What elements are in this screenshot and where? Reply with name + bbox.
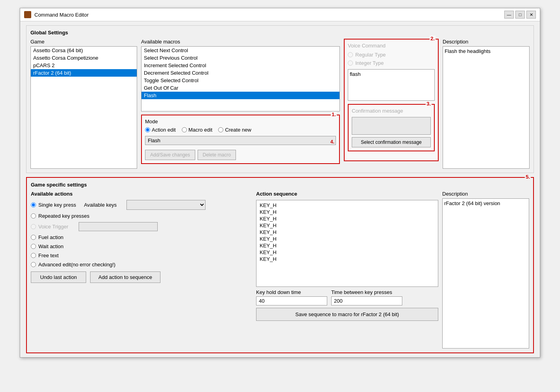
game-specific-row: Available actions Single key press Avail… [31,191,529,349]
seq-item-0[interactable]: KEY_H [258,202,436,209]
macros-list-wrapper: Select Next Control Select Previous Cont… [141,46,340,111]
action-advanced-label: Advanced edit(no error checking!) [38,262,115,268]
action-advanced-edit[interactable]: Advanced edit(no error checking!) [31,262,252,268]
macro-name-input[interactable] [145,136,336,145]
game-item-2[interactable]: pCARS 2 [31,62,137,69]
macro-item-5[interactable]: Get Out Of Car [141,84,339,92]
action-wait[interactable]: Wait action [31,243,252,249]
confirm-number: 3. [426,101,432,107]
game-item-1[interactable]: Assetto Corsa Competizione [31,54,137,62]
action-fuel-label: Fuel action [38,234,64,240]
add-save-button[interactable]: Add/Save changes [145,150,195,160]
undo-last-action-button[interactable]: Undo last action [31,271,86,283]
voice-trigger-input[interactable] [79,222,158,231]
seq-item-7[interactable]: KEY_H [258,249,436,256]
voice-box: 2. Voice Command Regular Type Integer Ty… [344,39,439,161]
game-item-0[interactable]: Assetto Corsa (64 bit) [31,47,137,54]
mode-action-edit-radio[interactable] [145,127,150,132]
mode-radio-group: Action edit Macro edit Create new [145,127,336,133]
seq-item-2[interactable]: KEY_H [258,215,436,222]
macro-item-6[interactable]: Flash [141,92,339,99]
action-voice-radio [31,224,36,229]
action-repeated-key[interactable]: Repeated key presses [31,213,252,219]
game-list[interactable]: Assetto Corsa (64 bit) Assetto Corsa Com… [30,46,137,169]
voice-regular-radio [348,52,353,57]
seq-item-6[interactable]: KEY_H [258,242,436,249]
action-voice-label: Voice Trigger [38,224,68,230]
macros-list[interactable]: Select Next Control Select Previous Cont… [141,46,340,111]
voice-text-value: flash [350,71,433,77]
key-times-row: Key hold down time Time between key pres… [256,289,438,305]
description-game-box: rFactor 2 (64 bit) version [442,198,529,349]
macro-item-3[interactable]: Decrement Selected Control [141,69,339,77]
app-icon [24,11,31,18]
action-free-text[interactable]: Free text [31,253,252,258]
macro-btn-row: Add/Save changes Delete macro [145,150,336,160]
voice-text-area[interactable]: flash [348,69,435,101]
macro-item-4[interactable]: Toggle Selected Control [141,77,339,84]
description-global-box: Flash the headlights [443,46,530,169]
mode-action-edit[interactable]: Action edit [145,127,176,133]
mode-create-new-label: Create new [225,127,251,133]
action-seq-list[interactable]: KEY_H KEY_H KEY_H KEY_H KEY_H KEY_H KEY_… [256,200,438,287]
game-item-3[interactable]: rFactor 2 (64 bit) [31,69,137,77]
action-single-key-radio[interactable] [31,202,36,207]
voice-regular-type[interactable]: Regular Type [348,52,435,58]
description-global-panel: Description Flash the headlights [443,39,530,169]
voice-panel: 2. Voice Command Regular Type Integer Ty… [344,39,439,169]
action-fuel[interactable]: Fuel action [31,234,252,240]
voice-regular-label: Regular Type [355,52,386,58]
confirm-text-area[interactable] [352,117,431,135]
minimize-button[interactable]: — [504,11,514,19]
description-game-label: Description [442,191,529,197]
seq-item-5[interactable]: KEY_H [258,236,436,242]
main-window: Command Macro Editor — □ ✕ Global Settin… [20,8,540,358]
time-between-label: Time between key presses [331,289,402,295]
action-single-key[interactable]: Single key press [31,202,76,208]
mode-create-new[interactable]: Create new [218,127,251,133]
action-free-text-label: Free text [38,253,58,258]
add-action-to-sequence-button[interactable]: Add action to sequence [90,271,160,283]
select-confirmation-button[interactable]: Select confirmation message [352,137,431,147]
macros-label: Available macros [141,39,340,45]
mode-create-new-radio[interactable] [218,127,223,132]
macro-item-1[interactable]: Select Previous Control [141,54,339,62]
seq-item-4[interactable]: KEY_H [258,229,436,236]
window-title: Command Macro Editor [34,12,89,18]
voice-integer-type[interactable]: Integer Type [348,60,435,66]
delete-macro-button[interactable]: Delete macro [198,150,236,160]
global-top-row: Game Assetto Corsa (64 bit) Assetto Cors… [30,39,530,169]
macro-item-0[interactable]: Select Next Control [141,47,339,54]
key-hold-input[interactable] [256,296,327,305]
save-sequence-button[interactable]: Save sequence to macro for rFactor 2 (64… [256,308,438,321]
voice-number: 2. [430,36,436,41]
description-game-text: rFactor 2 (64 bit) version [444,200,500,206]
action-sequence-label: Action sequence [256,191,438,197]
action-single-key-label: Single key press [38,202,76,208]
action-wait-radio[interactable] [31,244,36,249]
seq-item-8[interactable]: KEY_H [258,256,436,262]
time-between-input[interactable] [331,296,402,305]
action-advanced-radio[interactable] [31,262,36,267]
time-between-group: Time between key presses [331,289,402,305]
confirm-label: Confirmation message [352,108,431,114]
action-repeated-radio[interactable] [31,213,36,219]
titlebar-left: Command Macro Editor [24,11,89,18]
description-game-panel: Description rFactor 2 (64 bit) version [442,191,529,349]
seq-item-3[interactable]: KEY_H [258,222,436,229]
actions-panel: Available actions Single key press Avail… [31,191,252,349]
mode-macro-edit-radio[interactable] [182,127,187,132]
available-keys-select[interactable] [126,200,206,210]
macros-panel: Available macros Select Next Control Sel… [141,39,340,169]
seq-item-1[interactable]: KEY_H [258,209,436,215]
close-button[interactable]: ✕ [526,11,536,19]
macro-item-2[interactable]: Increment Selected Control [141,62,339,69]
confirm-box: 3. Confirmation message Select confirmat… [348,104,435,151]
mode-label: Mode [145,119,336,124]
action-voice-trigger[interactable]: Voice Trigger [31,222,252,231]
mode-macro-edit[interactable]: Macro edit [182,127,213,133]
maximize-button[interactable]: □ [515,11,525,19]
global-settings-panel: Global Settings Game Assetto Corsa (64 b… [26,25,534,173]
action-free-text-radio[interactable] [31,253,36,258]
action-fuel-radio[interactable] [31,235,36,240]
